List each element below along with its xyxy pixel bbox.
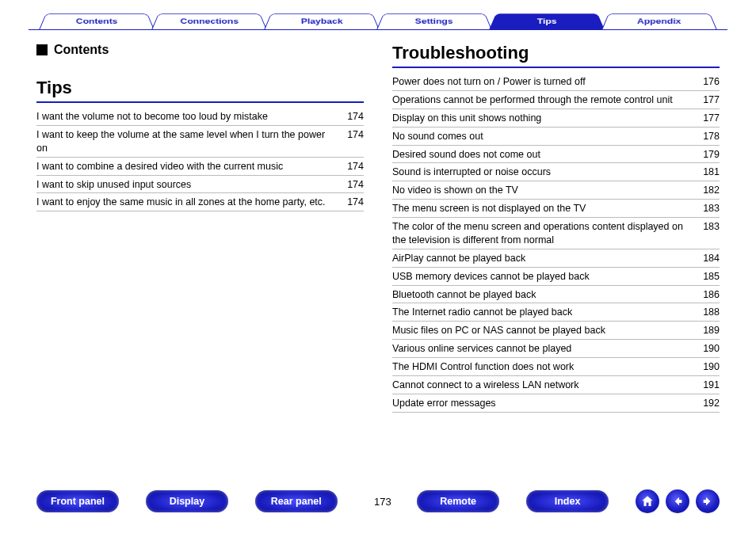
list-item[interactable]: USB memory devices cannot be played back… [392, 268, 720, 286]
list-item[interactable]: Update error messages192 [392, 394, 720, 413]
bottom-bar: Front panel Display Rear panel 173 Remot… [0, 485, 756, 517]
right-column: Troubleshooting Power does not turn on /… [392, 43, 720, 470]
tips-heading-underline [36, 101, 364, 103]
list-item[interactable]: I want to enjoy the same music in all zo… [36, 193, 364, 211]
left-column: Contents Tips I want the volume not to b… [36, 43, 364, 470]
display-button[interactable]: Display [146, 490, 228, 512]
topnav-underline [29, 29, 727, 30]
list-item[interactable]: No sound comes out178 [392, 128, 720, 146]
list-item[interactable]: The color of the menu screen and operati… [392, 218, 720, 249]
list-item[interactable]: I want to skip unused input sources 174 [36, 176, 364, 194]
tips-list: I want the volume not to become too loud… [36, 108, 364, 211]
main-content: Contents Tips I want the volume not to b… [36, 43, 720, 470]
front-panel-button[interactable]: Front panel [36, 490, 119, 512]
rear-panel-button[interactable]: Rear panel [255, 490, 338, 512]
tab-playback[interactable]: Playback [264, 13, 380, 30]
list-item[interactable]: Cannot connect to a wireless LAN network… [392, 376, 720, 394]
tab-connections[interactable]: Connections [151, 13, 267, 30]
troubleshooting-heading: Troubleshooting [392, 43, 720, 63]
list-item[interactable]: No video is shown on the TV182 [392, 181, 720, 200]
list-item[interactable]: Sound is interrupted or noise occurs181 [392, 163, 720, 181]
list-item[interactable]: Music files on PC or NAS cannot be playe… [392, 322, 720, 340]
tab-settings[interactable]: Settings [376, 13, 492, 30]
tab-appendix[interactable]: Appendix [601, 13, 717, 30]
troubleshooting-heading-underline [392, 67, 720, 68]
remote-button[interactable]: Remote [417, 490, 499, 512]
list-item[interactable]: The HDMI Control function does not work1… [392, 358, 720, 376]
arrow-right-icon [701, 495, 714, 508]
list-item[interactable]: The Internet radio cannot be played back… [392, 303, 720, 322]
home-icon [640, 494, 655, 508]
nav-icon-group [636, 489, 720, 513]
list-item[interactable]: Various online services cannot be played… [392, 340, 720, 358]
list-item[interactable]: The menu screen is not displayed on the … [392, 200, 720, 218]
tab-tips[interactable]: Tips [489, 13, 605, 30]
list-item[interactable]: Desired sound does not come out179 [392, 146, 720, 164]
next-page-button[interactable] [696, 489, 720, 513]
list-item[interactable]: AirPlay cannot be played back184 [392, 249, 720, 268]
list-item[interactable]: I want the volume not to become too loud… [36, 108, 364, 126]
contents-label: Contents [36, 43, 364, 57]
list-item[interactable]: I want to combine a desired video with t… [36, 158, 364, 176]
contents-label-text: Contents [54, 43, 109, 57]
tips-heading: Tips [36, 78, 364, 98]
list-item[interactable]: I want to keep the volume at the same le… [36, 126, 364, 158]
tab-contents[interactable]: Contents [39, 13, 155, 30]
page-number: 173 [365, 496, 401, 508]
troubleshooting-list: Power does not turn on / Power is turned… [392, 73, 720, 413]
prev-page-button[interactable] [666, 489, 689, 513]
list-item[interactable]: Operations cannot be performed through t… [392, 91, 720, 109]
list-item[interactable]: Display on this unit shows nothing177 [392, 109, 720, 128]
list-item[interactable]: Power does not turn on / Power is turned… [392, 73, 720, 91]
home-button[interactable] [636, 489, 659, 513]
list-item[interactable]: Bluetooth cannot be played back186 [392, 286, 720, 304]
index-button[interactable]: Index [526, 490, 609, 512]
arrow-left-icon [671, 495, 684, 508]
square-bullet-icon [36, 44, 48, 55]
